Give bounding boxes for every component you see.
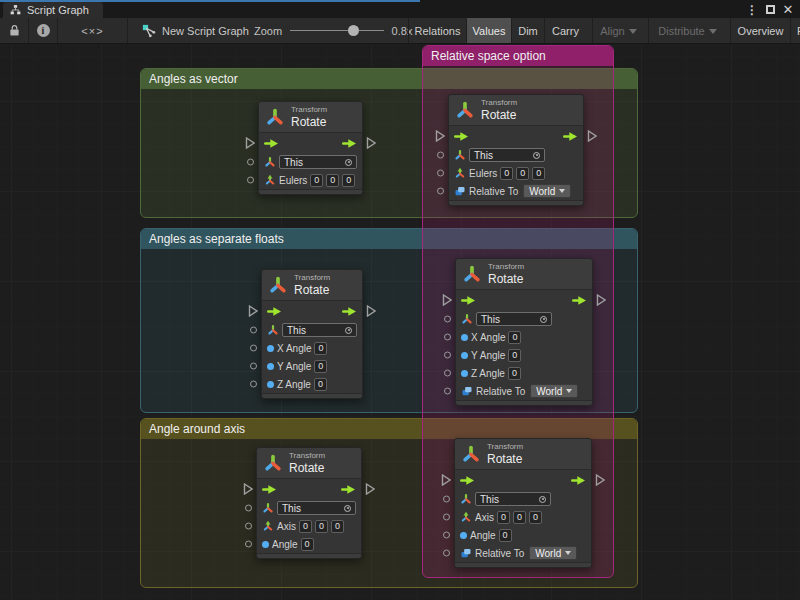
group-header[interactable]: Relative space option	[423, 46, 613, 66]
number-field-y[interactable]: 0	[513, 511, 526, 524]
flow-input-port[interactable]	[243, 483, 253, 495]
code-toggle-button[interactable]: <×>	[58, 18, 128, 43]
value-input-port[interactable]	[250, 363, 257, 370]
flow-input-port[interactable]	[442, 294, 452, 306]
menu-icon[interactable]: ⋮	[744, 2, 760, 17]
number-field-z[interactable]: 0	[342, 174, 355, 187]
node-transform-rotate-axis[interactable]: Transform Rotate This	[256, 447, 362, 559]
info-button[interactable]: i	[29, 18, 58, 43]
number-field[interactable]: 0	[508, 349, 521, 362]
value-input-port[interactable]	[444, 370, 451, 377]
value-input-port[interactable]	[245, 541, 252, 548]
number-field-z[interactable]: 0	[331, 520, 344, 533]
flow-input-port[interactable]	[248, 305, 258, 317]
number-field-x[interactable]: 0	[310, 174, 323, 187]
value-input-port[interactable]	[245, 505, 252, 512]
this-field[interactable]: This	[282, 323, 357, 337]
toolbar-button-distribute[interactable]: Distribute	[648, 18, 726, 43]
flow-output-port[interactable]	[365, 483, 375, 495]
zoom-slider-handle[interactable]	[348, 25, 359, 36]
relative-to-dropdown[interactable]: World	[529, 546, 577, 560]
value-input-port[interactable]	[250, 327, 257, 334]
this-field[interactable]: This	[476, 312, 552, 326]
flow-output-port[interactable]	[596, 294, 606, 306]
object-picker-icon[interactable]	[345, 327, 352, 334]
flow-output-port[interactable]	[366, 137, 376, 149]
lock-button[interactable]	[0, 18, 29, 43]
value-input-port[interactable]	[247, 159, 254, 166]
number-field[interactable]: 0	[508, 331, 521, 344]
flow-input-port[interactable]	[435, 130, 445, 142]
number-field[interactable]: 0	[314, 342, 327, 355]
flow-input-port[interactable]	[245, 137, 255, 149]
number-field-x[interactable]: 0	[500, 167, 513, 180]
value-input-port[interactable]	[443, 532, 450, 539]
relative-to-dropdown[interactable]: World	[530, 384, 578, 398]
value-input-port[interactable]	[245, 523, 252, 530]
graph-breadcrumb[interactable]: New Script Graph	[138, 18, 253, 43]
node-header[interactable]: Transform Rotate	[259, 102, 362, 133]
toolbar-button-overview[interactable]: Overview	[730, 18, 790, 43]
value-input-port[interactable]	[444, 334, 451, 341]
value-input-port[interactable]	[437, 152, 444, 159]
node-transform-rotate-axis-relative[interactable]: Transform Rotate This	[454, 438, 592, 568]
flow-input-port[interactable]	[441, 474, 451, 486]
number-field-z[interactable]: 0	[529, 511, 542, 524]
node-transform-rotate-eulers-relative[interactable]: Transform Rotate This	[448, 94, 584, 206]
number-field-x[interactable]: 0	[497, 511, 510, 524]
number-field-y[interactable]: 0	[326, 174, 339, 187]
this-field[interactable]: This	[279, 155, 357, 169]
zoom-slider[interactable]	[290, 18, 384, 43]
number-field-y[interactable]: 0	[516, 167, 529, 180]
maximize-icon[interactable]	[762, 2, 778, 17]
node-transform-rotate-xyz[interactable]: Transform Rotate This	[261, 269, 363, 399]
flow-output-port[interactable]	[366, 305, 376, 317]
value-input-port[interactable]	[443, 496, 450, 503]
tab-script-graph[interactable]: Script Graph	[3, 2, 103, 18]
this-field[interactable]: This	[469, 148, 545, 162]
object-picker-icon[interactable]	[540, 316, 547, 323]
number-field[interactable]: 0	[508, 367, 521, 380]
value-input-port[interactable]	[437, 170, 444, 177]
node-header[interactable]: Transform Rotate	[257, 448, 361, 479]
value-input-port[interactable]	[443, 514, 450, 521]
zoom-slider-track[interactable]	[290, 30, 384, 31]
toolbar-button-values[interactable]: Values	[466, 18, 511, 43]
this-field[interactable]: This	[277, 501, 356, 515]
number-field-x[interactable]: 0	[299, 520, 312, 533]
toolbar-button-relations[interactable]: Relations	[408, 18, 466, 43]
value-input-port[interactable]	[437, 188, 444, 195]
number-field[interactable]: 0	[301, 538, 314, 551]
number-field-y[interactable]: 0	[315, 520, 328, 533]
node-header[interactable]: Transform Rotate	[262, 270, 362, 301]
toolbar-button-dim[interactable]: Dim	[511, 18, 544, 43]
value-input-port[interactable]	[444, 316, 451, 323]
value-input-port[interactable]	[250, 345, 257, 352]
object-picker-icon[interactable]	[345, 159, 352, 166]
flow-output-port[interactable]	[595, 474, 605, 486]
value-input-port[interactable]	[247, 177, 254, 184]
object-picker-icon[interactable]	[539, 496, 546, 503]
number-field[interactable]: 0	[314, 378, 327, 391]
number-field[interactable]: 0	[314, 360, 327, 373]
relative-to-dropdown[interactable]: World	[523, 184, 571, 198]
number-field[interactable]: 0	[499, 529, 512, 542]
object-picker-icon[interactable]	[344, 505, 351, 512]
node-header[interactable]: Transform Rotate	[455, 439, 591, 470]
node-header[interactable]: Transform Rotate	[449, 95, 583, 126]
value-input-port[interactable]	[443, 550, 450, 557]
toolbar-button-align[interactable]: Align	[592, 18, 644, 43]
node-transform-rotate-eulers[interactable]: Transform Rotate This	[258, 101, 363, 195]
toolbar-button-fullscreen[interactable]: Full S	[790, 18, 800, 43]
node-header[interactable]: Transform Rotate	[456, 259, 592, 290]
node-transform-rotate-xyz-relative[interactable]: Transform Rotate This	[455, 258, 593, 406]
value-input-port[interactable]	[444, 388, 451, 395]
object-picker-icon[interactable]	[533, 152, 540, 159]
flow-output-port[interactable]	[587, 130, 597, 142]
graph-canvas[interactable]: Angles as vector Angles as separate floa…	[0, 44, 800, 600]
value-input-port[interactable]	[444, 352, 451, 359]
toolbar-button-carry[interactable]: Carry	[544, 18, 586, 43]
close-icon[interactable]: ✕	[780, 2, 796, 17]
number-field-z[interactable]: 0	[532, 167, 545, 180]
value-input-port[interactable]	[250, 381, 257, 388]
